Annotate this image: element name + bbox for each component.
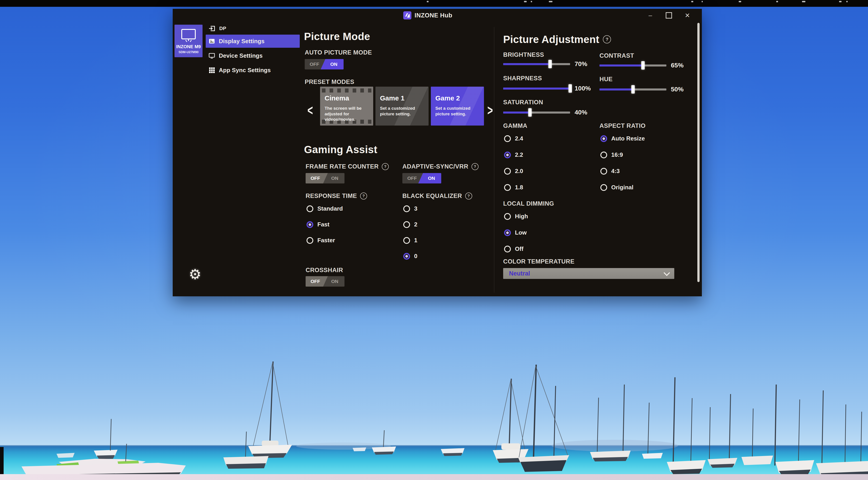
- toggle-on-label[interactable]: ON: [422, 173, 441, 183]
- crosshair-toggle[interactable]: OFF ON: [306, 276, 344, 287]
- help-icon[interactable]: ?: [471, 163, 478, 170]
- black-equalizer-option-3[interactable]: 3: [403, 205, 417, 212]
- wallpaper-sea: [0, 446, 868, 474]
- frame-rate-counter-toggle[interactable]: OFF ON: [306, 173, 344, 183]
- monitor-left-bezel: [0, 447, 4, 474]
- close-button[interactable]: ✕: [681, 10, 694, 20]
- local-dimming-option-low-selected[interactable]: Low: [504, 229, 527, 236]
- slider-fill: [599, 88, 633, 90]
- slider-handle[interactable]: [528, 108, 532, 117]
- slider-handle[interactable]: [641, 61, 645, 70]
- slider-track[interactable]: [503, 63, 570, 65]
- toggle-off-label[interactable]: OFF: [306, 276, 325, 287]
- radio-icon: [307, 237, 313, 244]
- slider-track[interactable]: [503, 88, 570, 90]
- device-name: INZONE M9: [176, 44, 201, 49]
- app-identity: INZONE Hub: [403, 11, 452, 20]
- grid-icon: [209, 67, 215, 73]
- gamma-option-2-0[interactable]: 2.0: [504, 168, 523, 175]
- toggle-off-label[interactable]: OFF: [402, 173, 422, 183]
- frame-rate-counter-label: FRAME RATE COUNTER ?: [306, 163, 389, 170]
- gamma-option-2-2-selected[interactable]: 2.2: [504, 151, 523, 158]
- slider-fill: [503, 88, 570, 90]
- local-dimming-option-high[interactable]: High: [504, 213, 528, 220]
- sharpness-label: SHARPNESS: [503, 75, 542, 82]
- local-dimming-option-off[interactable]: Off: [504, 245, 524, 252]
- preset-prev-button[interactable]: <: [307, 103, 313, 118]
- contrast-slider[interactable]: 65%: [599, 62, 684, 69]
- slider-track[interactable]: [503, 112, 570, 114]
- saturation-value: 40%: [575, 109, 587, 116]
- maximize-button[interactable]: [662, 10, 675, 20]
- preset-card-description: Set a customized picture setting.: [380, 106, 424, 117]
- display-icon: [209, 52, 215, 59]
- sidebar-item-display-settings[interactable]: Display Settings: [206, 35, 300, 48]
- toggle-on-label[interactable]: ON: [325, 276, 344, 287]
- contrast-label: CONTRAST: [599, 52, 634, 59]
- slider-handle[interactable]: [548, 60, 552, 68]
- preset-card-title: Cinema: [324, 94, 369, 102]
- slider-fill: [503, 63, 550, 65]
- preset-modes-label: PRESET MODES: [305, 79, 354, 86]
- toggle-on-label[interactable]: ON: [324, 59, 344, 69]
- black-equalizer-option-1[interactable]: 1: [403, 237, 417, 244]
- preset-card-cinema[interactable]: Cinema The screen will be adjusted for v…: [320, 87, 373, 125]
- sidebar-item-label: App Sync Settings: [219, 67, 271, 74]
- preset-next-button[interactable]: >: [487, 103, 493, 118]
- monitor-top-bezel: [0, 0, 868, 7]
- help-icon[interactable]: ?: [465, 192, 472, 200]
- window-scrollbar-thumb[interactable]: [698, 23, 700, 282]
- sidebar-item-label: Device Settings: [219, 52, 263, 59]
- slider-track[interactable]: [599, 64, 666, 66]
- slider-fill: [503, 112, 530, 114]
- black-equalizer-option-2[interactable]: 2: [403, 221, 417, 228]
- toggle-off-label[interactable]: OFF: [306, 173, 325, 183]
- minimize-button[interactable]: –: [644, 10, 657, 20]
- aspect-ratio-option-original[interactable]: Original: [600, 184, 633, 191]
- help-icon[interactable]: ?: [360, 192, 367, 200]
- hue-slider[interactable]: 50%: [599, 86, 684, 93]
- radio-selected-icon: [504, 229, 511, 236]
- response-time-option-faster[interactable]: Faster: [307, 237, 335, 244]
- inzone-logo-icon: [403, 11, 411, 20]
- gamma-option-1-8[interactable]: 1.8: [504, 184, 523, 191]
- titlebar[interactable]: INZONE Hub – ✕: [173, 9, 702, 22]
- black-equalizer-label: BLACK EQUALIZER ?: [402, 192, 472, 200]
- preset-card-game-1[interactable]: Game 1 Set a customized picture setting.: [375, 87, 429, 125]
- response-time-option-fast-selected[interactable]: Fast: [307, 221, 329, 228]
- gamma-option-2-4[interactable]: 2.4: [504, 135, 523, 142]
- help-icon[interactable]: ?: [603, 35, 611, 43]
- sharpness-slider[interactable]: 100%: [503, 85, 591, 92]
- response-time-option-standard[interactable]: Standard: [307, 205, 343, 212]
- slider-track[interactable]: [599, 88, 666, 90]
- input-source-dp[interactable]: DP: [206, 23, 300, 34]
- slider-handle[interactable]: [631, 85, 635, 94]
- radio-icon: [403, 237, 410, 244]
- color-temperature-dropdown[interactable]: Neutral: [503, 268, 674, 279]
- adaptive-sync-toggle[interactable]: OFF ON: [402, 173, 441, 183]
- sidebar-item-label: Display Settings: [219, 38, 265, 45]
- radio-icon: [504, 246, 511, 252]
- sidebar-item-device-settings[interactable]: Device Settings: [206, 49, 300, 62]
- aspect-ratio-option-auto-resize-selected[interactable]: Auto Resize: [600, 135, 645, 142]
- monitor-bottom-bezel: [0, 474, 868, 480]
- device-tile-inzone-m9[interactable]: INZONE M9 SDM-U27M90: [175, 25, 203, 57]
- radio-icon: [307, 205, 313, 212]
- brightness-slider[interactable]: 70%: [503, 60, 587, 68]
- black-equalizer-option-0-selected[interactable]: 0: [403, 253, 417, 260]
- sidebar-item-app-sync-settings[interactable]: App Sync Settings: [206, 64, 300, 77]
- input-source-icon: [209, 25, 216, 32]
- toggle-on-label[interactable]: ON: [325, 173, 344, 183]
- hue-label: HUE: [599, 76, 613, 83]
- brightness-value: 70%: [575, 60, 587, 68]
- aspect-ratio-option-4-3[interactable]: 4:3: [600, 168, 620, 175]
- help-icon[interactable]: ?: [382, 163, 389, 170]
- preset-card-game-2-selected[interactable]: Game 2 Set a customized picture setting.: [431, 87, 484, 125]
- slider-handle[interactable]: [568, 84, 572, 93]
- aspect-ratio-option-16-9[interactable]: 16:9: [600, 151, 623, 158]
- preset-card-title: Game 1: [380, 94, 424, 102]
- saturation-slider[interactable]: 40%: [503, 109, 587, 116]
- auto-picture-mode-toggle[interactable]: OFF ON: [305, 59, 344, 69]
- toggle-off-label[interactable]: OFF: [305, 59, 324, 69]
- settings-gear-button[interactable]: ⚙: [187, 266, 203, 282]
